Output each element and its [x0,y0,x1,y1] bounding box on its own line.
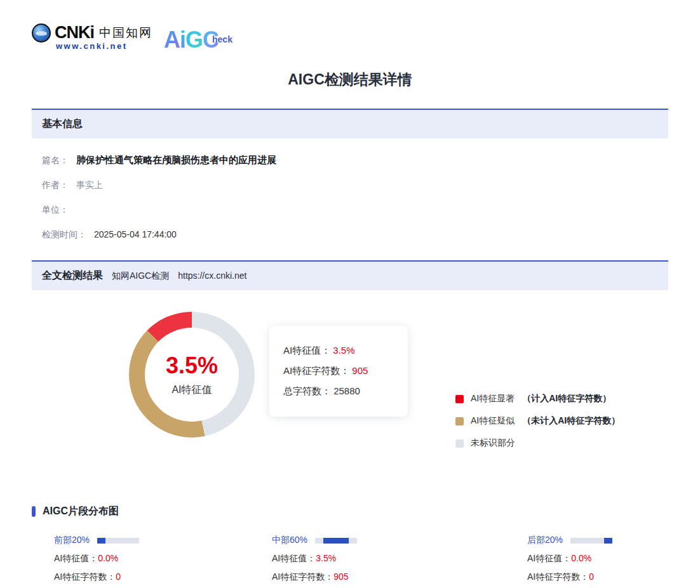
summary-card: AI特征值： 3.5% AI特征字符数： 905 总字符数： 25880 [269,326,408,417]
donut-center-value: 3.5% [166,352,218,379]
aigc-check-text: heck [212,34,232,44]
summary-ai-chars-number: 905 [352,365,368,376]
summary-total-chars-number: 25880 [333,385,360,396]
donut-center: 3.5% AI特征值 [145,328,239,422]
legend-label-unmarked: 未标识部分 [471,438,515,449]
middle-label: 中部60% [272,535,307,546]
front-position-bar [97,538,139,544]
summary-total-chars-label: 总字符数： [283,385,331,396]
distribution-col-front: 前部20% AI特征值：0.0% AI特征字符数：0 [54,535,272,583]
middle-ai-value-label: AI特征值： [272,553,316,563]
cnki-logo[interactable]: CNKi 中国知网 www.cnki.net [32,23,152,51]
summary-ai-value-label: AI特征值： [283,345,330,356]
author-value: 事实上 [76,180,103,190]
aigc-letter-g: G [185,27,203,53]
info-row-title: 篇名： 肺保护性通气策略在颅脑损伤患者中的应用进展 [42,154,668,166]
detect-time-value: 2025-05-04 17:44:00 [94,229,177,239]
cnki-globe-icon [32,23,51,43]
page-title: AIGC检测结果详情 [32,70,668,90]
full-result-subtitle: 知网AIGC检测 [112,271,169,282]
full-result-url[interactable]: https://cx.cnki.net [178,271,246,281]
distribution-columns: 前部20% AI特征值：0.0% AI特征字符数：0 中部60% AI特征值：3… [32,535,668,583]
summary-ai-value: AI特征值： 3.5% [283,345,394,357]
legend-swatch-red [455,395,464,403]
section-bullet-icon [32,506,36,517]
cnki-chinese-name: 中国知网 [99,25,152,41]
front-ai-chars-label: AI特征字符数： [54,571,116,582]
rear-ai-value-label: AI特征值： [527,553,571,563]
unit-label: 单位： [42,204,69,215]
rear-position-bar [570,538,612,544]
distribution-col-rear: 后部20% AI特征值：0.0% AI特征字符数：0 [527,535,612,583]
detect-time-label: 检测时间： [42,229,86,239]
info-row-author: 作者： 事实上 [42,179,668,190]
legend-item-significant: AI特征显著 （计入AI特征字符数） [455,393,620,404]
author-label: 作者： [42,180,69,190]
rear-label: 后部20% [527,535,563,546]
info-row-detect-time: 检测时间： 2025-05-04 17:44:00 [42,229,668,240]
basic-info-rows: 篇名： 肺保护性通气策略在颅脑损伤患者中的应用进展 作者： 事实上 单位： 检测… [32,138,668,241]
middle-ai-chars-label: AI特征字符数： [272,571,333,582]
basic-info-header: 基本信息 [32,109,668,138]
title-label: 篇名： [42,155,69,165]
aigc-check-logo: AiGCheck [164,23,239,62]
distribution-header: AIGC片段分布图 [32,505,668,518]
legend-swatch-gray [455,439,464,448]
front-ai-chars: 0 [116,571,121,582]
rear-ai-value: 0.0% [571,553,591,563]
cnki-url: www.cnki.net [56,41,152,51]
rear-ai-chars-label: AI特征字符数： [527,571,589,582]
legend-item-suspected: AI特征疑似 （未计入AI特征字符数） [455,415,620,427]
legend-note-suspected: （未计入AI特征字符数） [522,415,620,427]
summary-ai-value-number: 3.5% [333,345,354,356]
legend-item-unmarked: 未标识部分 [455,438,620,449]
front-label: 前部20% [54,535,90,546]
aigc-letter-a: A [164,27,180,53]
report-page: CNKi 中国知网 www.cnki.net AiGCheck AIGC检测结果… [0,0,700,588]
summary-total-chars: 总字符数： 25880 [283,385,394,398]
cnki-wordmark: CNKi [55,23,94,43]
header-logos: CNKi 中国知网 www.cnki.net AiGCheck [32,0,668,58]
summary-ai-chars-label: AI特征字符数： [283,365,349,376]
basic-info-title: 基本信息 [42,117,83,131]
donut-chart: 3.5% AI特征值 [129,312,255,438]
aigc-letter-i: i [180,27,185,53]
distribution-col-middle: 中部60% AI特征值：3.5% AI特征字符数：905 [272,535,527,583]
info-row-unit: 单位： [42,204,668,215]
rear-ai-chars: 0 [589,571,594,582]
donut-center-label: AI特征值 [172,384,212,397]
legend-note-significant: （计入AI特征字符数） [522,393,611,404]
legend-label-suspected: AI特征疑似 [471,415,515,427]
summary-ai-chars: AI特征字符数： 905 [283,365,394,377]
full-result-title: 全文检测结果 [42,269,103,283]
front-ai-value: 0.0% [98,553,118,563]
title-value: 肺保护性通气策略在颅脑损伤患者中的应用进展 [76,154,276,165]
full-result-chart-area: 3.5% AI特征值 AI特征值： 3.5% AI特征字符数： 905 总字符数… [32,312,668,481]
front-ai-value-label: AI特征值： [54,553,98,563]
middle-position-bar [315,538,357,544]
legend-swatch-tan [455,417,464,425]
full-result-header: 全文检测结果 知网AIGC检测 https://cx.cnki.net [32,260,668,290]
distribution-title: AIGC片段分布图 [43,505,119,518]
legend-label-significant: AI特征显著 [471,393,515,404]
middle-ai-chars: 905 [333,571,348,582]
middle-ai-value: 3.5% [316,553,336,563]
donut-legend: AI特征显著 （计入AI特征字符数） AI特征疑似 （未计入AI特征字符数） 未… [455,393,620,460]
